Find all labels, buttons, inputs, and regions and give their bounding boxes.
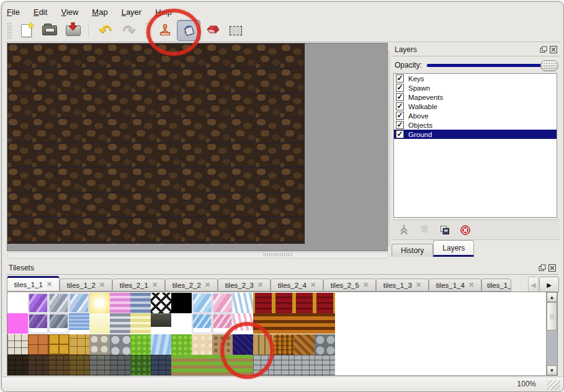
layer-row-above[interactable]: ✓Above (394, 111, 557, 120)
tileset-tab-tiles_1_4[interactable]: tiles_1_4✕ (429, 278, 481, 292)
layer-row-mapevents[interactable]: ✓Mapevents (394, 92, 557, 102)
tileset-tab-tiles_2_3[interactable]: tiles_2_3✕ (218, 278, 271, 292)
tile-wall-graybrick[interactable] (294, 355, 315, 375)
tile-carpet-red[interactable] (315, 293, 335, 313)
layer-row-ground[interactable]: ✓Ground (394, 130, 557, 139)
tile-wall-gray2[interactable] (110, 355, 130, 375)
move-layer-up-button[interactable] (398, 224, 410, 236)
tab-close-icon[interactable]: ✕ (310, 281, 316, 289)
tileset-tab-tiles_1_2[interactable]: tiles_1_2✕ (60, 278, 112, 292)
tile-lattice[interactable] (151, 293, 171, 313)
layer-visibility-checkbox[interactable]: ✓ (396, 84, 404, 92)
tile-stone-yellow[interactable] (69, 334, 89, 355)
tile-sand[interactable] (192, 334, 212, 355)
tile-empty[interactable] (7, 293, 28, 313)
menu-item-map[interactable]: Map (92, 7, 107, 17)
open-button[interactable] (38, 20, 61, 41)
tile-wall-brown[interactable] (48, 355, 69, 375)
layer-visibility-checkbox[interactable]: ✓ (396, 102, 404, 110)
tab-layers[interactable]: Layers (433, 240, 474, 257)
tile-zigzag-pink[interactable] (233, 313, 253, 334)
tab-close-icon[interactable]: ✕ (363, 281, 369, 289)
tile-stone-white[interactable] (7, 334, 28, 355)
opacity-slider[interactable] (426, 60, 558, 71)
tile-pale-yellow[interactable] (89, 313, 110, 334)
tile-glass-lightblue[interactable] (192, 293, 212, 313)
tile-carpet-red[interactable] (253, 293, 274, 313)
tile-stones-gray[interactable] (110, 334, 130, 355)
tile-carpet-red[interactable] (274, 293, 294, 313)
tab-close-icon[interactable]: ✕ (47, 280, 52, 288)
tile-empty[interactable] (171, 313, 192, 334)
tab-close-icon[interactable]: ✕ (99, 281, 105, 289)
tab-scroll-right-icon[interactable]: ▶ (539, 277, 559, 293)
tileset-tab-tiles_1[interactable]: tiles_1_ (481, 278, 511, 292)
close-tilesets-icon[interactable] (548, 264, 556, 272)
float-panel-icon[interactable] (539, 45, 547, 53)
tile-pebbles[interactable] (89, 334, 110, 355)
tileset-tab-tiles_1_1[interactable]: tiles_1_1✕ (7, 276, 60, 292)
layer-visibility-checkbox[interactable]: ✓ (396, 130, 404, 138)
tile-magenta[interactable] (7, 313, 28, 334)
tile-carpet-orange[interactable] (294, 313, 315, 334)
map-canvas[interactable] (7, 43, 305, 244)
tile-carpet-orange[interactable] (274, 313, 294, 334)
layer-visibility-checkbox[interactable]: ✓ (396, 121, 404, 129)
tile-glass-lightblue2[interactable] (192, 313, 212, 334)
menu-item-view[interactable]: View (61, 7, 78, 17)
tile-water-blue[interactable] (69, 313, 89, 334)
map-hscroll-thumb[interactable] (264, 253, 293, 256)
tile-stripes-yellow[interactable] (130, 313, 151, 334)
layer-row-walkable[interactable]: ✓Walkable (394, 102, 557, 111)
eraser-tool-button[interactable] (200, 20, 224, 41)
scroll-down-icon[interactable]: ▼ (547, 365, 557, 375)
opacity-slider-handle[interactable] (540, 60, 558, 71)
tab-history[interactable]: History (392, 244, 433, 257)
menu-item-layer[interactable]: Layer (122, 7, 142, 17)
toolbar-grip[interactable] (7, 22, 12, 38)
fill-tool-button[interactable] (177, 20, 200, 41)
tileset-tab-tiles_2_2[interactable]: tiles_2_2✕ (165, 278, 218, 292)
tile-black[interactable] (171, 293, 192, 313)
tile-grass-path[interactable] (233, 355, 253, 375)
layer-row-spawn[interactable]: ✓Spawn (394, 83, 557, 92)
tile-wall-darkbrown[interactable] (28, 355, 48, 375)
stamp-tool-button[interactable] (153, 20, 177, 41)
float-tilesets-icon[interactable] (538, 264, 546, 272)
move-layer-down-button[interactable] (418, 224, 431, 236)
layer-row-objects[interactable]: ✓Objects (394, 120, 557, 130)
tileset-tab-tiles_2_5[interactable]: tiles_2_5✕ (323, 278, 376, 292)
tab-close-icon[interactable]: ✕ (416, 281, 421, 289)
palette-vscroll-thumb[interactable] (547, 302, 557, 331)
duplicate-layer-button[interactable] (439, 224, 451, 236)
tile-dirt[interactable] (212, 334, 233, 355)
layer-visibility-checkbox[interactable]: ✓ (396, 93, 404, 101)
palette-vertical-scrollbar[interactable]: ▲ ▼ (546, 292, 557, 375)
tab-close-icon[interactable]: ✕ (257, 281, 263, 289)
menu-item-help[interactable]: Help (155, 7, 172, 17)
tile-wall-gold[interactable] (69, 355, 89, 375)
tile-rocks[interactable] (315, 334, 335, 355)
tile-glass-pink2[interactable] (212, 313, 233, 334)
layer-visibility-checkbox[interactable]: ✓ (396, 112, 404, 120)
resize-grip[interactable] (547, 380, 560, 390)
tile-glass-gray[interactable] (48, 293, 69, 313)
tile-sign[interactable] (151, 313, 171, 334)
menu-item-file[interactable]: File (7, 7, 20, 17)
tile-stripes-gray[interactable] (110, 313, 130, 334)
tile-glass-purple2[interactable] (28, 313, 48, 334)
tile-weave[interactable] (274, 334, 294, 355)
tab-close-icon[interactable]: ✕ (205, 281, 210, 289)
tile-zigzag-blue[interactable] (233, 293, 253, 313)
new-file-button[interactable]: ★ (14, 20, 38, 41)
map-viewport[interactable] (7, 43, 388, 251)
tile-navy-selected[interactable] (233, 334, 253, 355)
tile-carpet-orange[interactable] (315, 313, 335, 334)
tile-wall-graybrick[interactable] (274, 355, 294, 375)
tile-grass-path[interactable] (192, 355, 212, 375)
tile-carpet-orange[interactable] (253, 313, 274, 334)
menu-item-edit[interactable]: Edit (34, 7, 47, 17)
tile-grass[interactable] (171, 334, 192, 355)
tile-glass-gray2[interactable] (48, 313, 69, 334)
tile-wall-graybrick[interactable] (253, 355, 274, 375)
